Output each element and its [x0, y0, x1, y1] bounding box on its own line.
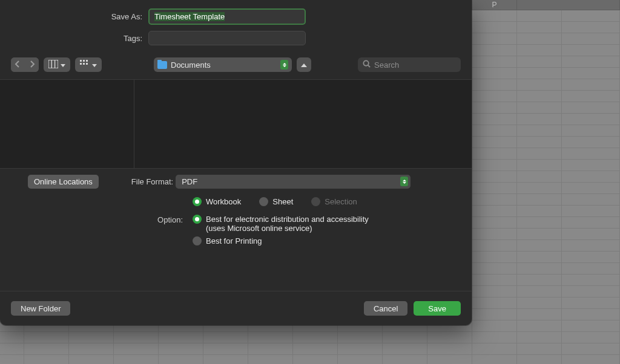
updown-indicator-icon	[280, 60, 288, 70]
dialog-toolbar: Documents	[0, 54, 472, 79]
svg-marker-3	[61, 64, 65, 67]
search-input[interactable]	[374, 60, 456, 70]
radio-label: Workbook	[206, 197, 241, 206]
chevron-right-icon	[29, 60, 35, 70]
search-box[interactable]	[358, 57, 461, 72]
radio-icon	[193, 197, 202, 206]
svg-rect-5	[83, 60, 85, 62]
scope-workbook-radio[interactable]: Workbook	[193, 197, 241, 206]
save-as-label: Save As:	[0, 12, 148, 21]
col-header[interactable]	[517, 0, 620, 10]
option-label: Option:	[147, 215, 183, 245]
file-format-selected: PDF	[182, 177, 197, 186]
chevron-down-icon	[92, 60, 97, 70]
grid-view-icon	[80, 60, 90, 70]
radio-label: Sheet	[272, 197, 293, 206]
save-button[interactable]: Save	[414, 301, 461, 316]
folder-icon	[157, 61, 167, 69]
tags-input[interactable]	[148, 31, 306, 45]
dialog-options: Online Locations File Format: PDF Workbo…	[0, 169, 472, 249]
search-icon	[363, 60, 371, 70]
online-locations-button[interactable]: Online Locations	[28, 175, 99, 189]
forward-button[interactable]	[25, 57, 39, 72]
radio-label: Best for electronic distribution and acc…	[206, 215, 369, 224]
cancel-button[interactable]: Cancel	[364, 301, 407, 316]
svg-point-12	[363, 60, 368, 65]
scope-sheet-radio[interactable]: Sheet	[259, 197, 293, 206]
svg-marker-10	[92, 64, 97, 67]
svg-rect-0	[48, 60, 58, 68]
col-header[interactable]: P	[472, 0, 517, 10]
chevron-up-icon	[301, 60, 307, 70]
radio-icon	[193, 215, 202, 224]
radio-sublabel: (uses Microsoft online service)	[206, 224, 369, 233]
file-browser	[0, 79, 472, 169]
radio-icon	[193, 236, 202, 245]
file-format-label: File Format:	[131, 177, 173, 186]
svg-rect-4	[80, 60, 82, 62]
file-browser-content[interactable]	[134, 80, 472, 168]
radio-icon	[311, 197, 320, 206]
back-button[interactable]	[11, 57, 24, 72]
svg-line-13	[368, 65, 370, 67]
chevron-down-icon	[61, 60, 65, 70]
save-dialog-top: Save As: Tags:	[0, 0, 472, 54]
dialog-footer: New Folder Cancel Save	[0, 291, 472, 325]
view-mode-button[interactable]	[44, 57, 70, 72]
columns-view-icon	[48, 60, 58, 70]
updown-indicator-icon	[400, 177, 408, 186]
radio-label: Selection	[325, 197, 357, 206]
svg-rect-7	[80, 63, 82, 65]
save-as-input[interactable]	[148, 8, 306, 25]
group-by-button[interactable]	[75, 57, 102, 72]
radio-label: Best for Printing	[206, 236, 262, 245]
svg-rect-9	[86, 63, 88, 65]
option-printing-radio[interactable]: Best for Printing	[193, 236, 369, 245]
location-name: Documents	[171, 60, 280, 70]
expand-button[interactable]	[297, 57, 311, 72]
scope-selection-radio: Selection	[311, 197, 357, 206]
svg-rect-6	[86, 60, 88, 62]
file-format-dropdown[interactable]: PDF	[176, 175, 411, 189]
svg-marker-11	[301, 63, 307, 67]
new-folder-button[interactable]: New Folder	[11, 301, 70, 316]
file-browser-sidebar[interactable]	[0, 80, 134, 168]
chevron-left-icon	[15, 60, 21, 70]
option-electronic-radio[interactable]: Best for electronic distribution and acc…	[193, 215, 369, 233]
tags-label: Tags:	[0, 34, 148, 43]
svg-rect-8	[83, 63, 85, 65]
save-dialog: Save As: Tags:	[0, 0, 472, 325]
location-dropdown[interactable]: Documents	[154, 57, 292, 72]
radio-icon	[259, 197, 268, 206]
